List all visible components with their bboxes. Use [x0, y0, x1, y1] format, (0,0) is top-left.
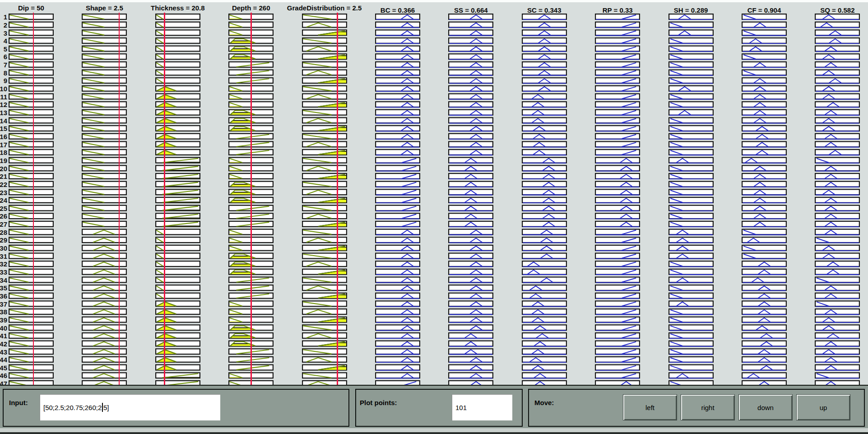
rule-number[interactable]: 16 [0, 133, 7, 140]
rule-number[interactable]: 34 [0, 277, 7, 284]
column-header-thickness: Thickness = 20.8 [151, 4, 205, 12]
mf-box [302, 134, 347, 139]
mf-box [742, 197, 786, 203]
rule-number[interactable]: 36 [0, 293, 7, 300]
rule-number[interactable]: 9 [0, 77, 7, 84]
rule-number[interactable]: 44 [0, 356, 7, 364]
rule-number[interactable]: 13 [0, 109, 7, 117]
mf-box [302, 253, 347, 259]
mf-box [376, 173, 420, 179]
plot-points-field[interactable]: 101 [452, 394, 512, 420]
rule-number[interactable]: 22 [0, 181, 7, 188]
mf-box [376, 213, 420, 219]
mf-box [669, 277, 713, 283]
mf-box [522, 158, 566, 163]
mf-box [669, 237, 713, 243]
rule-number[interactable]: 10 [0, 85, 7, 93]
input-value-marker-thickness[interactable] [164, 13, 165, 385]
rule-number[interactable]: 27 [0, 221, 7, 228]
rule-number[interactable]: 7 [0, 61, 7, 69]
move-label: Move: [534, 399, 554, 406]
column-plot-thickness[interactable] [155, 14, 200, 389]
move-up-button[interactable]: up [796, 394, 850, 420]
rule-number[interactable]: 25 [0, 205, 7, 212]
mf-box [82, 173, 126, 179]
column-plot-gradedistribution[interactable] [302, 14, 347, 389]
rule-number[interactable]: 39 [0, 317, 7, 324]
rule-number[interactable]: 32 [0, 261, 7, 268]
move-right-button[interactable]: right [681, 394, 735, 420]
mf-box [815, 309, 859, 314]
rule-number[interactable]: 3 [0, 30, 7, 37]
rule-number[interactable]: 30 [0, 245, 7, 252]
rule-number[interactable]: 6 [0, 53, 7, 61]
rule-number[interactable]: 31 [0, 253, 7, 260]
mf-box [815, 325, 859, 330]
mf-box [595, 349, 640, 354]
rule-number[interactable]: 40 [0, 325, 7, 332]
mf-box [522, 197, 566, 203]
rule-number[interactable]: 26 [0, 213, 7, 220]
rule-number[interactable]: 15 [0, 125, 7, 132]
mf-box [82, 142, 126, 147]
rule-number[interactable]: 4 [0, 37, 7, 45]
rule-number[interactable]: 33 [0, 269, 7, 276]
rule-number[interactable]: 35 [0, 285, 7, 292]
rule-number[interactable]: 46 [0, 372, 7, 379]
move-left-button[interactable]: left [623, 394, 677, 420]
mf-box [595, 341, 640, 346]
mf-box [82, 38, 126, 43]
mf-box [669, 14, 713, 19]
rule-number[interactable]: 38 [0, 308, 7, 316]
rule-number[interactable]: 5 [0, 46, 7, 53]
rule-number[interactable]: 42 [0, 341, 7, 348]
column-header-sc: SC = 0.343 [527, 6, 561, 14]
rule-number[interactable]: 1 [0, 14, 7, 21]
rule-number[interactable]: 18 [0, 149, 7, 156]
rule-number[interactable]: 12 [0, 101, 7, 108]
rule-number[interactable]: 11 [0, 93, 7, 101]
rule-number[interactable]: 2 [0, 22, 7, 29]
rule-number[interactable]: 20 [0, 165, 7, 173]
rule-number[interactable]: 41 [0, 332, 7, 340]
input-value-marker-depth[interactable] [251, 13, 252, 385]
input-value-marker-shape[interactable] [119, 13, 120, 385]
rule-number[interactable]: 28 [0, 229, 7, 236]
move-down-button[interactable]: down [738, 394, 793, 420]
mf-box [742, 173, 786, 179]
column-header-cf: CF = 0.904 [747, 6, 781, 14]
window-top-edge [0, 0, 868, 2]
column-plot-shape[interactable] [82, 14, 127, 389]
mf-box [302, 110, 347, 115]
mf-box [595, 205, 640, 211]
rule-number[interactable]: 29 [0, 237, 7, 244]
rule-number[interactable]: 23 [0, 189, 7, 196]
mf-box [522, 317, 566, 322]
rule-number[interactable]: 17 [0, 141, 7, 149]
column-plot-dip[interactable] [9, 14, 54, 389]
mf-box [742, 118, 786, 123]
mf-box [595, 46, 640, 51]
rule-number[interactable]: 37 [0, 301, 7, 308]
rule-number[interactable]: 43 [0, 349, 7, 356]
mf-box [742, 221, 786, 227]
rule-number[interactable]: 45 [0, 364, 7, 372]
mf-box [595, 182, 640, 187]
column-plot-rp [595, 14, 640, 389]
rule-number[interactable]: 14 [0, 117, 7, 125]
input-value-marker-gradedistribution[interactable] [337, 13, 338, 385]
input-value-field[interactable]: [50;2.5;20.75;260;25] [40, 394, 220, 420]
rule-number[interactable]: 24 [0, 197, 7, 204]
mf-box [815, 14, 859, 19]
mf-box [742, 110, 786, 115]
input-value-marker-dip[interactable] [33, 13, 34, 385]
mf-box [522, 205, 566, 211]
column-header-gradedistribution: GradeDistribution = 2.5 [287, 4, 362, 12]
rule-number[interactable]: 19 [0, 157, 7, 164]
rule-number[interactable]: 8 [0, 70, 7, 77]
mf-box [669, 158, 713, 163]
mf-box [669, 110, 713, 115]
rule-number[interactable]: 21 [0, 173, 7, 180]
mf-box [82, 94, 126, 99]
mf-box [669, 229, 713, 235]
